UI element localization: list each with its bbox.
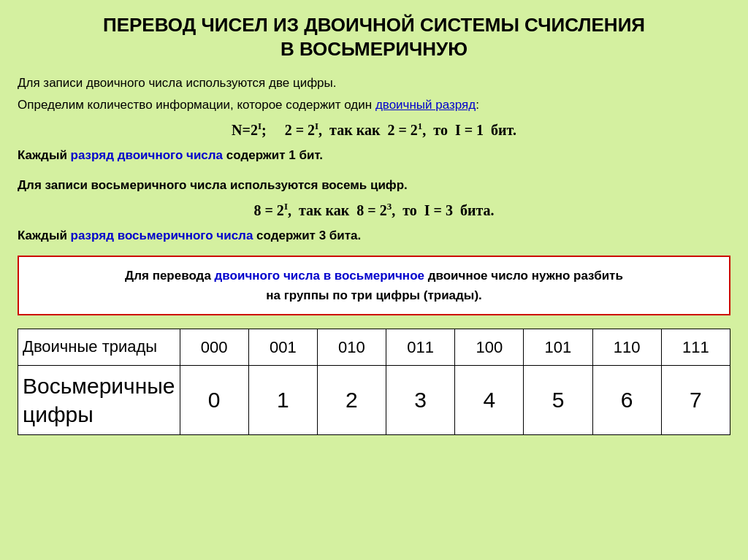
highlight-box: Для перевода двоичного числа в восьмерич… [18, 256, 730, 315]
binary-100: 100 [455, 329, 524, 366]
binary-111: 111 [661, 329, 730, 366]
formula-1: N=2I; 2 = 2I, так как 2 = 21, то I = 1 б… [18, 121, 730, 139]
paragraph-4: Для записи восьмеричного числа использую… [18, 176, 730, 195]
formula-2: 8 = 2I, так как 8 = 23, то I = 3 бита. [18, 201, 730, 219]
octal-5: 5 [524, 366, 592, 435]
octal-1: 1 [248, 366, 317, 435]
octal-6: 6 [592, 366, 661, 435]
binary-110: 110 [592, 329, 661, 366]
page: ПЕРЕВОД ЧИСЕЛ ИЗ ДВОИЧНОЙ СИСТЕМЫ СЧИСЛЕ… [0, 0, 748, 560]
paragraph-3: Каждый разряд двоичного числа содержит 1… [18, 146, 730, 165]
paragraph-5: Каждый разряд восьмеричного числа содерж… [18, 226, 730, 245]
binary-010: 010 [317, 329, 386, 366]
octal-2: 2 [317, 366, 386, 435]
binary-001: 001 [248, 329, 317, 366]
page-title: ПЕРЕВОД ЧИСЕЛ ИЗ ДВОИЧНОЙ СИСТЕМЫ СЧИСЛЕ… [18, 13, 730, 61]
octal-digits-label: Восьмеричные цифры [18, 366, 180, 435]
paragraph-1: Для записи двоичного числа используются … [18, 74, 730, 93]
octal-3: 3 [386, 366, 455, 435]
binary-triads-label: Двоичные триады [18, 329, 180, 366]
binary-011: 011 [386, 329, 455, 366]
octal-4: 4 [455, 366, 524, 435]
octal-7: 7 [661, 366, 730, 435]
octal-0: 0 [180, 366, 248, 435]
binary-101: 101 [524, 329, 592, 366]
conversion-table: Двоичные триады 000 001 010 011 100 101 … [18, 329, 730, 435]
paragraph-2: Определим количество информации, которое… [18, 96, 730, 115]
binary-000: 000 [180, 329, 248, 366]
